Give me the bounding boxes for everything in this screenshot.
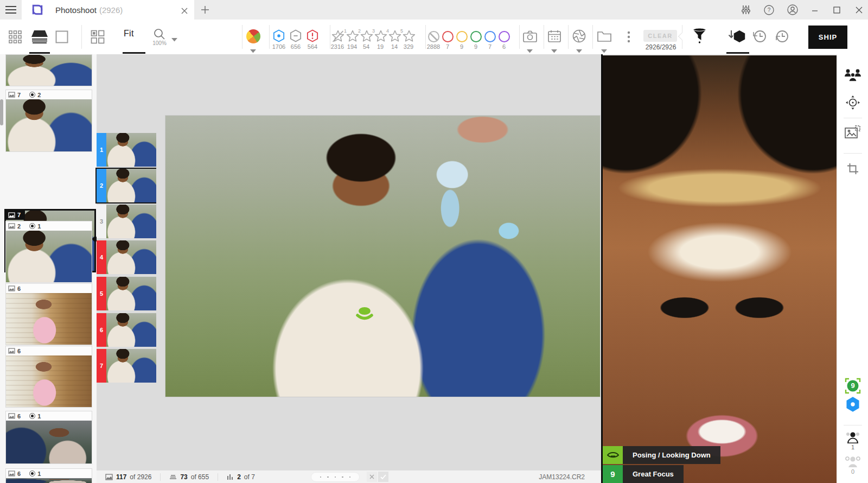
filmstrip-thumbnail[interactable] [106, 313, 156, 347]
history-back-icon[interactable] [752, 29, 767, 46]
picked-filter-icon[interactable] [273, 29, 285, 45]
hamburger-menu-icon[interactable] [5, 6, 16, 14]
history-forward-icon[interactable] [775, 29, 790, 46]
filmstrip-view-icon[interactable] [30, 30, 49, 46]
star-digit: 5 [400, 28, 403, 34]
rating-dots[interactable] [311, 472, 360, 482]
filmstrip-thumbnail[interactable] [106, 133, 156, 167]
star-filter-0-icon[interactable] [331, 30, 345, 43]
sidebar-scrollbar[interactable] [0, 99, 3, 125]
filmstrip-item-5[interactable]: 5 [97, 277, 156, 310]
untagged-people-icon[interactable] [844, 455, 861, 470]
star-filter-5-icon[interactable]: 5 [402, 30, 416, 43]
color-blue-filter-icon[interactable] [484, 31, 496, 42]
account-icon[interactable] [786, 4, 799, 15]
ship-button[interactable]: SHIP [808, 26, 847, 49]
camera-filter-icon[interactable] [523, 30, 537, 45]
scene-tile[interactable]: 6 1 [5, 468, 92, 483]
color-wheel-icon[interactable] [246, 29, 260, 43]
scene-thumbnail[interactable] [6, 478, 92, 483]
folder-filter-icon[interactable] [597, 30, 611, 44]
grid-view-icon[interactable] [9, 30, 22, 46]
single-view-icon[interactable] [55, 30, 68, 46]
scene-total: of 655 [191, 473, 209, 481]
tab-title: Photoshoot [55, 5, 97, 15]
focus-label: Great Focus [623, 465, 684, 483]
rejected-filter-icon[interactable] [307, 29, 318, 45]
filmstrip-thumbnail[interactable] [106, 169, 156, 202]
unpicked-filter-icon[interactable] [290, 29, 302, 45]
filmstrip-item-2-selected[interactable]: 2 [97, 169, 156, 202]
rejected-count: 564 [301, 43, 324, 50]
tab-close-icon[interactable] [181, 7, 188, 13]
filmstrip-item-6[interactable]: 6 [97, 313, 156, 347]
scene-thumbnail[interactable] [6, 99, 92, 151]
svg-text:?: ? [767, 7, 770, 13]
focus-score-indicator[interactable]: 9 [845, 378, 861, 396]
closed-eye-count-icon [29, 92, 35, 98]
main-image[interactable] [165, 116, 600, 397]
aperture-filter-icon[interactable] [572, 29, 586, 45]
more-filters-kebab-icon[interactable] [627, 31, 630, 45]
scenes-view-icon[interactable] [91, 30, 105, 46]
filmstrip-item-7[interactable]: 7 [97, 349, 156, 383]
new-tab-button[interactable] [201, 6, 209, 14]
filmstrip: 1 2 3 4 5 6 7 [97, 54, 156, 470]
scene-thumbnail[interactable] [6, 55, 92, 86]
scene-thumbnail[interactable] [6, 355, 92, 407]
preferences-sliders-icon[interactable] [739, 4, 752, 15]
scene-tile[interactable]: 6 [5, 283, 92, 345]
filmstrip-thumbnail[interactable] [106, 205, 156, 238]
focus-score-value: 9 [845, 382, 861, 390]
filmstrip-item-1[interactable]: 1 [97, 133, 156, 167]
frame-position-indicator: 2 of 7 [227, 473, 255, 481]
clear-filters-button[interactable]: CLEAR [643, 30, 677, 42]
scene-badges: 7 2 [6, 90, 92, 99]
filmstrip-thumbnail[interactable] [106, 240, 156, 274]
scene-stack-icon [169, 474, 177, 480]
filmstrip-label: 7 [97, 349, 106, 383]
pan-tool-icon[interactable] [845, 95, 860, 112]
ship-filter-icon[interactable] [727, 29, 747, 47]
filter-funnel-icon[interactable] [692, 28, 707, 46]
zoom-caret-icon[interactable] [171, 34, 177, 44]
narrative-logo-icon [31, 4, 43, 16]
scene-badges: 6 [6, 346, 92, 355]
date-filter-icon[interactable] [548, 30, 561, 45]
filmstrip-item-4[interactable]: 4 [97, 240, 156, 274]
closeup-preview-image[interactable] [603, 55, 837, 483]
help-icon[interactable]: ? [762, 4, 775, 15]
scene-tile[interactable]: 2 1 [5, 221, 92, 283]
scene-thumbnail[interactable] [6, 231, 92, 282]
color-red-filter-icon[interactable] [442, 31, 454, 42]
minimize-icon[interactable] [808, 4, 821, 15]
color-yellow-filter-icon[interactable] [456, 31, 468, 42]
closed-eye-indicator-icon[interactable] [354, 306, 375, 325]
scene-tile[interactable]: 6 1 [5, 411, 92, 464]
faces-tool-icon[interactable] [844, 68, 861, 85]
approve-button[interactable] [378, 472, 388, 482]
color-green-filter-icon[interactable] [470, 31, 482, 42]
filmstrip-item-3[interactable]: 3 [97, 205, 156, 238]
image-detail-tool-icon[interactable] [845, 125, 861, 142]
maximize-icon[interactable] [830, 4, 843, 15]
tab-photoshoot[interactable]: Photoshoot (2926) [22, 0, 194, 20]
window-close-icon[interactable] [852, 4, 865, 15]
reject-button[interactable] [367, 472, 377, 482]
pick-flag-indicator[interactable] [845, 396, 860, 415]
scene-thumbnail[interactable] [6, 421, 92, 463]
scene-thumbnail[interactable] [6, 293, 92, 345]
color-purple-filter-icon[interactable] [499, 31, 510, 42]
rating-dot [327, 476, 329, 478]
color-none-filter-icon[interactable] [428, 31, 439, 42]
scene-tile[interactable]: 7 2 [5, 90, 92, 152]
crop-tool-icon[interactable] [847, 163, 859, 177]
fit-zoom-button[interactable]: Fit [124, 29, 134, 39]
image-count-icon [8, 413, 15, 419]
scene-tile-partial[interactable] [5, 54, 92, 86]
scene-sidebar: 7 2 7 Scene 73 2 1 [0, 54, 97, 483]
image-count: 6 [17, 285, 21, 292]
filmstrip-thumbnail[interactable] [106, 277, 156, 310]
filmstrip-thumbnail[interactable] [106, 349, 156, 383]
scene-tile[interactable]: 6 [5, 346, 92, 408]
